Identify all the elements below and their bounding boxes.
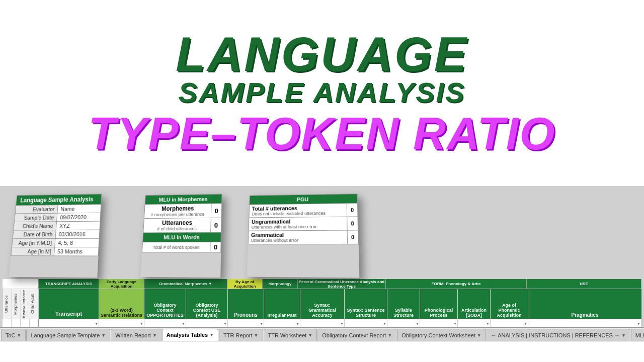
- group-early-language: Early Language Acquisition: [99, 279, 144, 289]
- pgu-table: PGU Total # utterances Does not include …: [248, 194, 359, 244]
- tab-ttr-report-arrow: ▼: [254, 333, 259, 338]
- info-card-header: Language Sample Analysis: [16, 194, 102, 206]
- oblig-use-col-header: Obligatory Context USE (Analysis): [186, 289, 228, 319]
- info-table: Language Sample Analysis Evaluator Name …: [11, 194, 102, 256]
- age-ymd-row: Age [in Y;M;D] 4; 5; 8: [12, 238, 99, 247]
- utterance-label: Utterance: [3, 289, 12, 319]
- utterances-row: Utterances # of child utterances 0: [143, 218, 221, 233]
- evaluator-row: Evaluator Name: [15, 204, 101, 214]
- pronouns-col-header: Pronouns: [228, 289, 264, 319]
- tab-toc-arrow: ▼: [17, 333, 22, 338]
- phonological-col-header: Phonological Process: [420, 289, 458, 319]
- sample-date-value[interactable]: 09/07/2020: [57, 213, 101, 222]
- morphemes-vert-label: Morphemes: [12, 289, 21, 319]
- column-headers: Utterance Morphemes # wds/utterance Chil…: [3, 289, 641, 319]
- group-by-age: By Age of Acquisition: [227, 279, 263, 289]
- group-grammatical-morphemes: Grammatical Morphemes ▼: [144, 279, 227, 289]
- mlu-words-row: Total # of words spoken 0: [142, 242, 221, 252]
- tab-ttr-worksheet[interactable]: TTR Worksheet ▼: [264, 329, 317, 341]
- transcript-col-header: Transcript: [39, 289, 99, 319]
- tab-language-sample-arrow: ▼: [101, 333, 106, 338]
- tab-toc[interactable]: ToC ▼: [1, 329, 26, 341]
- syntax-sentence-col-header: Syntax: Sentence Structure: [345, 289, 387, 319]
- age-m-row: Age [in M] 53 Months: [11, 247, 99, 256]
- group-transcript: TRANSCRIPT ANALYSIS: [39, 279, 99, 289]
- mlu-words-value[interactable]: 0: [210, 242, 221, 252]
- info-card: Language Sample Analysis Evaluator Name …: [9, 194, 102, 278]
- morphemes-value[interactable]: 0: [211, 204, 222, 218]
- tab-ttr-report[interactable]: TTR Report ▼: [219, 329, 263, 341]
- utterances-value[interactable]: 0: [211, 218, 221, 232]
- pgu-grammatical-value[interactable]: 0: [347, 230, 358, 244]
- tab-analysis-nav[interactable]: ← ANALYSIS | INSTRUCTIONS | REFERENCES →…: [487, 329, 630, 341]
- side-labels: Utterance Morphemes # wds/utterance Chil…: [3, 289, 39, 319]
- oblig-opps-col-header: Obligatory Context OPPORTUNITIES: [144, 289, 186, 319]
- title-language: LANGUAGE: [176, 30, 468, 78]
- age-ymd-value[interactable]: 4; 5; 8: [55, 238, 99, 247]
- age-phonemic-col-header: Age of Phonemic Acquisition: [491, 289, 528, 319]
- title-ttr: TYPE–TOKEN RATIO: [89, 109, 556, 159]
- dob-value[interactable]: 03/30/2016: [55, 230, 100, 238]
- pgu-grammatical-label: Grammatical: [251, 232, 345, 238]
- title-section: LANGUAGE SAMPLE ANALYSIS TYPE–TOKEN RATI…: [0, 0, 644, 186]
- title-sample-analysis: SAMPLE ANALYSIS: [179, 78, 466, 107]
- group-percent-grammatical: Percent Grammatical Utterance Analysis a…: [298, 279, 386, 289]
- child-adult-label: Child-Adult: [29, 289, 38, 319]
- pgu-grammatical-sub: Utterances without error: [251, 238, 345, 243]
- age-m-label: Age [in M]: [11, 247, 55, 256]
- tab-written-report[interactable]: Written Report ▼: [111, 329, 162, 341]
- dob-row: Date of Birth 03/30/2016: [13, 230, 100, 239]
- irregular-past-col-header: Irregular Past: [264, 289, 300, 319]
- tab-oblig-context-worksheet[interactable]: Obligatory Context Worksheet ▼: [397, 329, 486, 341]
- group-use: USE: [527, 279, 641, 289]
- top-group-headers: TRANSCRIPT ANALYSIS Early Language Acqui…: [3, 279, 641, 289]
- childs-name-row: Child's Name XYZ: [14, 221, 100, 230]
- dob-label: Date of Birth: [13, 230, 56, 239]
- pgu-ungrammatical-value[interactable]: 0: [347, 217, 358, 230]
- tab-analysis-tables-arrow: ▼: [209, 332, 214, 337]
- tab-language-sample-template[interactable]: Language Sample Template ▼: [26, 329, 110, 341]
- syllable-col-header: Syllable Structure: [387, 289, 420, 319]
- age-ymd-label: Age [in Y;M;D]: [12, 238, 55, 247]
- evaluator-value[interactable]: Name: [57, 204, 101, 213]
- pgu-total-sub: Does not include excluded utterances: [252, 211, 344, 217]
- tab-bar: ToC ▼ Language Sample Template ▼ Written…: [0, 327, 644, 342]
- mlu-words-header: MLU in Words: [143, 232, 221, 242]
- utterances-sub: # of child utterances: [146, 226, 208, 232]
- tab-mlu[interactable]: MLU ▼: [631, 329, 644, 341]
- mlu-words-header-row: MLU in Words: [143, 232, 221, 242]
- pgu-total-value[interactable]: 0: [347, 203, 358, 217]
- mlu-words-sub: Total # of words spoken: [145, 244, 208, 249]
- semantic-relations-col-header: (2-3 Word) Semantic Relations: [99, 289, 144, 319]
- syntax-grammatical-col-header: Syntax: Grammatical Accuracy: [300, 289, 345, 319]
- pgu-ungrammatical-row: Ungrammatical Utterances with at least o…: [249, 217, 358, 231]
- childs-name-label: Child's Name: [14, 222, 57, 230]
- age-m-value[interactable]: 53 Months: [54, 247, 99, 256]
- mlu-table: MLU in Morphemes Morphemes # morphemes p…: [142, 194, 222, 253]
- tab-ttr-worksheet-arrow: ▼: [308, 333, 312, 338]
- cards-row: Language Sample Analysis Evaluator Name …: [0, 186, 644, 277]
- tab-oblig-context-report[interactable]: Obligatory Context Report ▼: [317, 329, 396, 341]
- childs-name-value[interactable]: XYZ: [56, 221, 100, 230]
- spreadsheet-section: Language Sample Analysis Evaluator Name …: [0, 186, 644, 342]
- tab-oblig-context-worksheet-arrow: ▼: [477, 333, 481, 338]
- group-form-phonology: FORM: Phonology & Artic: [386, 279, 527, 289]
- morphemes-row: Morphemes # morphemes per utterance 0: [144, 204, 221, 219]
- evaluator-label: Evaluator: [15, 205, 58, 214]
- mlu-morphemes-header: MLU in Morphemes: [145, 194, 222, 205]
- articulation-col-header: Articulation [SODA]: [458, 289, 491, 319]
- sample-date-row: Sample Date 09/07/2020: [15, 213, 101, 222]
- utterances-label: Utterances: [146, 219, 208, 227]
- tab-oblig-context-report-arrow: ▼: [387, 333, 392, 338]
- tab-written-report-arrow: ▼: [152, 333, 157, 338]
- morphemes-label: Morphemes: [147, 205, 209, 212]
- mlu-card: MLU in Morphemes Morphemes # morphemes p…: [140, 194, 222, 278]
- pgu-card: PGU Total # utterances Does not include …: [247, 194, 360, 278]
- group-side: [3, 279, 39, 289]
- pgu-grammatical-row: Grammatical Utterances without error 0: [248, 230, 358, 244]
- tab-analysis-nav-arrow: ▼: [621, 333, 626, 338]
- sample-date-label: Sample Date: [15, 213, 57, 222]
- pragmatics-col-header: Pragmatics: [528, 289, 641, 319]
- tab-analysis-tables[interactable]: Analysis Tables ▼: [162, 329, 218, 341]
- wds-utterance-label: # wds/utterance: [21, 289, 30, 319]
